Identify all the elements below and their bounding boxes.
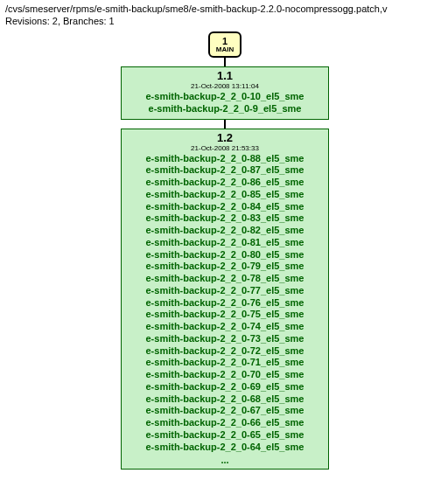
revision-info: Revisions: 2, Branches: 1 — [5, 16, 443, 26]
revision-tag: e-smith-backup-2_2_0-74_el5_sme — [129, 321, 321, 333]
revision-tag: e-smith-backup-2_2_0-79_el5_sme — [129, 261, 321, 273]
revision-tags: e-smith-backup-2_2_0-88_el5_smee-smith-b… — [129, 153, 321, 454]
revision-tag: e-smith-backup-2_2_0-83_el5_sme — [129, 212, 321, 225]
revision-tag: e-smith-backup-2_2_0-72_el5_sme — [129, 345, 321, 358]
revision-graph: 1 MAIN 1.1 21-Oct-2008 13:11:04 e-smith-… — [121, 31, 331, 470]
revision-date: 21-Oct-2008 21:53:33 — [129, 144, 321, 152]
revision-tag: e-smith-backup-2_2_0-64_el5_sme — [129, 442, 321, 454]
revision-tag: e-smith-backup-2_2_0-10_el5_sme — [129, 91, 321, 103]
file-path: /cvs/smeserver/rpms/e-smith-backup/sme8/… — [5, 3, 443, 14]
revision-tag: e-smith-backup-2_2_0-68_el5_sme — [129, 393, 321, 406]
revision-tag: e-smith-backup-2_2_0-66_el5_sme — [129, 417, 321, 429]
revision-tag: e-smith-backup-2_2_0-73_el5_sme — [129, 333, 321, 345]
revision-title: 1.1 — [129, 69, 321, 82]
revision-tag: e-smith-backup-2_2_0-76_el5_sme — [129, 297, 321, 310]
revision-tag: e-smith-backup-2_2_0-69_el5_sme — [129, 381, 321, 393]
revision-tag: e-smith-backup-2_2_0-65_el5_sme — [129, 429, 321, 442]
revision-tag: e-smith-backup-2_2_0-88_el5_sme — [129, 153, 321, 165]
revision-tag: e-smith-backup-2_2_0-75_el5_sme — [129, 309, 321, 321]
revision-tag: e-smith-backup-2_2_0-70_el5_sme — [129, 369, 321, 381]
revision-tag: e-smith-backup-2_2_0-80_el5_sme — [129, 249, 321, 261]
revision-tag: e-smith-backup-2_2_0-85_el5_sme — [129, 189, 321, 201]
connector-line — [224, 58, 226, 66]
revision-tag: e-smith-backup-2_2_0-67_el5_sme — [129, 405, 321, 417]
branch-name: MAIN — [216, 46, 234, 54]
revision-node-1-2[interactable]: 1.2 21-Oct-2008 21:53:33 e-smith-backup-… — [121, 129, 329, 470]
revision-tag: e-smith-backup-2_2_0-78_el5_sme — [129, 273, 321, 285]
revision-tag: e-smith-backup-2_2_0-9_el5_sme — [129, 103, 321, 115]
ellipsis-icon: ... — [129, 455, 321, 465]
revision-tag: e-smith-backup-2_2_0-87_el5_sme — [129, 164, 321, 177]
revision-tag: e-smith-backup-2_2_0-81_el5_sme — [129, 237, 321, 249]
revision-title: 1.2 — [129, 131, 321, 144]
revision-tag: e-smith-backup-2_2_0-77_el5_sme — [129, 285, 321, 297]
revision-node-1-1[interactable]: 1.1 21-Oct-2008 13:11:04 e-smith-backup-… — [121, 66, 329, 120]
revision-tag: e-smith-backup-2_2_0-84_el5_sme — [129, 201, 321, 213]
revision-date: 21-Oct-2008 13:11:04 — [129, 82, 321, 90]
branch-node-main[interactable]: 1 MAIN — [208, 31, 242, 58]
revision-tag: e-smith-backup-2_2_0-86_el5_sme — [129, 177, 321, 189]
connector-line — [224, 120, 226, 129]
revision-tag: e-smith-backup-2_2_0-71_el5_sme — [129, 357, 321, 369]
revision-tag: e-smith-backup-2_2_0-82_el5_sme — [129, 225, 321, 237]
revision-tags: e-smith-backup-2_2_0-10_el5_smee-smith-b… — [129, 91, 321, 115]
branch-number: 1 — [222, 36, 228, 46]
